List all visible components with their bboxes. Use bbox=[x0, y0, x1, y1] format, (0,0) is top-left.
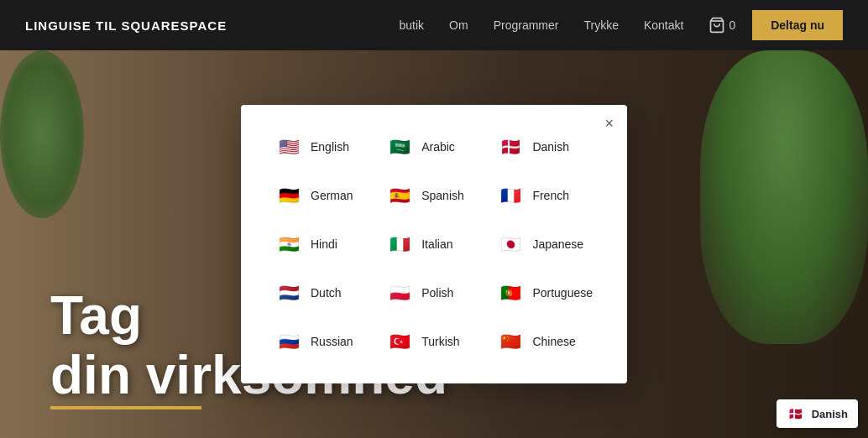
polish-label: Polish bbox=[421, 286, 453, 300]
italian-flag-icon: 🇮🇹 bbox=[386, 231, 413, 258]
italian-label: Italian bbox=[421, 237, 452, 251]
english-flag-icon: 🇺🇸 bbox=[275, 133, 302, 160]
turkish-flag-icon: 🇹🇷 bbox=[386, 328, 413, 355]
french-flag-icon: 🇫🇷 bbox=[497, 182, 524, 209]
lang-item-hindi[interactable]: 🇮🇳Hindi bbox=[270, 227, 373, 261]
english-label: English bbox=[311, 140, 349, 154]
chinese-label: Chinese bbox=[532, 335, 575, 348]
lang-item-japanese[interactable]: 🇯🇵Japanese bbox=[492, 227, 598, 261]
lang-item-spanish[interactable]: 🇪🇸Spanish bbox=[381, 179, 484, 212]
danish-label: Danish bbox=[532, 140, 569, 154]
lang-item-polish[interactable]: 🇵🇱Polish bbox=[381, 276, 484, 310]
hero-section: Tag din virksomhed × 🇺🇸English🇸🇦Arabic🇩🇰… bbox=[0, 50, 868, 438]
current-language-label: Danish bbox=[812, 408, 848, 420]
lang-item-german[interactable]: 🇩🇪German bbox=[270, 179, 373, 212]
navbar: LINGUISE TIL SQUARESPACE butik Om Progra… bbox=[0, 0, 868, 50]
cart-count: 0 bbox=[729, 18, 735, 32]
german-flag-icon: 🇩🇪 bbox=[275, 182, 302, 209]
current-language-badge[interactable]: 🇩🇰 Danish bbox=[776, 399, 858, 428]
hindi-label: Hindi bbox=[311, 237, 337, 251]
spanish-label: Spanish bbox=[421, 189, 464, 202]
site-logo: LINGUISE TIL SQUARESPACE bbox=[25, 18, 227, 33]
polish-flag-icon: 🇵🇱 bbox=[386, 279, 413, 306]
nav-item-om[interactable]: Om bbox=[449, 18, 468, 33]
nav-item-trykke[interactable]: Trykke bbox=[583, 18, 618, 33]
language-modal: × 🇺🇸English🇸🇦Arabic🇩🇰Danish🇩🇪German🇪🇸Spa… bbox=[241, 105, 627, 383]
nav-item-kontakt[interactable]: Kontakt bbox=[644, 18, 683, 33]
lang-item-russian[interactable]: 🇷🇺Russian bbox=[270, 325, 373, 358]
danish-flag-icon: 🇩🇰 bbox=[787, 404, 805, 423]
lang-item-english[interactable]: 🇺🇸English bbox=[270, 130, 373, 164]
french-label: French bbox=[532, 189, 569, 202]
japanese-flag-icon: 🇯🇵 bbox=[497, 231, 524, 258]
lang-item-danish[interactable]: 🇩🇰Danish bbox=[492, 130, 598, 164]
nav-links: butik Om Programmer Trykke Kontakt bbox=[400, 18, 684, 33]
modal-close-button[interactable]: × bbox=[604, 115, 614, 133]
turkish-label: Turkish bbox=[421, 335, 459, 348]
cart-button[interactable]: 0 bbox=[709, 17, 735, 34]
spanish-flag-icon: 🇪🇸 bbox=[386, 182, 413, 209]
russian-label: Russian bbox=[311, 335, 353, 348]
language-grid: 🇺🇸English🇸🇦Arabic🇩🇰Danish🇩🇪German🇪🇸Spani… bbox=[270, 130, 598, 358]
russian-flag-icon: 🇷🇺 bbox=[275, 328, 302, 355]
dutch-label: Dutch bbox=[311, 286, 342, 300]
japanese-label: Japanese bbox=[532, 237, 583, 251]
portuguese-flag-icon: 🇵🇹 bbox=[497, 279, 524, 306]
arabic-label: Arabic bbox=[421, 140, 455, 154]
modal-overlay: × 🇺🇸English🇸🇦Arabic🇩🇰Danish🇩🇪German🇪🇸Spa… bbox=[0, 50, 868, 438]
german-label: German bbox=[311, 189, 353, 202]
lang-item-french[interactable]: 🇫🇷French bbox=[492, 179, 598, 212]
cart-icon bbox=[709, 17, 725, 34]
lang-item-chinese[interactable]: 🇨🇳Chinese bbox=[492, 325, 598, 358]
hindi-flag-icon: 🇮🇳 bbox=[275, 231, 302, 258]
arabic-flag-icon: 🇸🇦 bbox=[386, 133, 413, 160]
nav-item-butik[interactable]: butik bbox=[400, 18, 425, 33]
chinese-flag-icon: 🇨🇳 bbox=[497, 328, 524, 355]
lang-item-italian[interactable]: 🇮🇹Italian bbox=[381, 227, 484, 261]
lang-item-arabic[interactable]: 🇸🇦Arabic bbox=[381, 130, 484, 164]
lang-item-dutch[interactable]: 🇳🇱Dutch bbox=[270, 276, 373, 310]
portuguese-label: Portuguese bbox=[532, 286, 593, 300]
danish-flag-icon: 🇩🇰 bbox=[497, 133, 524, 160]
lang-item-turkish[interactable]: 🇹🇷Turkish bbox=[381, 325, 484, 358]
cta-button[interactable]: Deltag nu bbox=[752, 10, 843, 40]
dutch-flag-icon: 🇳🇱 bbox=[275, 279, 302, 306]
lang-item-portuguese[interactable]: 🇵🇹Portuguese bbox=[492, 276, 598, 310]
nav-item-programmer[interactable]: Programmer bbox=[494, 18, 559, 33]
